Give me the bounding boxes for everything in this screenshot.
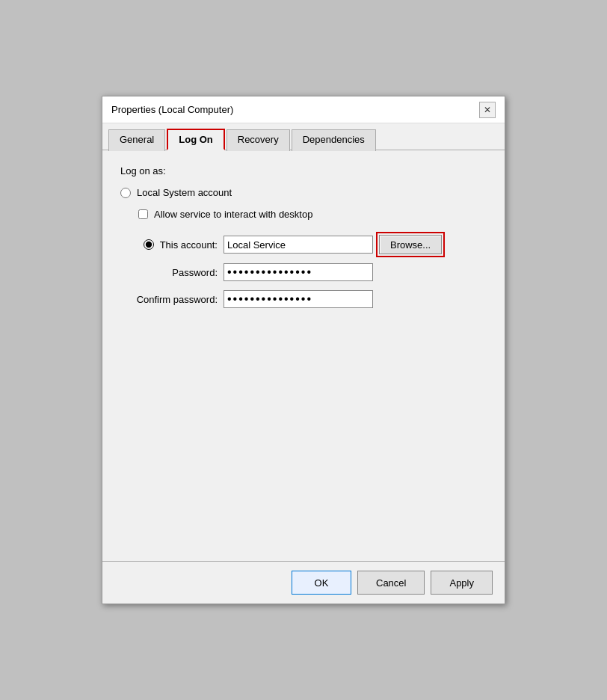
local-system-radio[interactable]: [120, 188, 131, 198]
interact-desktop-label: Allow service to interact with desktop: [154, 209, 312, 220]
properties-dialog: Properties (Local Computer) ✕ General Lo…: [102, 96, 505, 604]
tab-recovery[interactable]: Recovery: [227, 129, 290, 151]
confirm-password-row: Confirm password:: [120, 290, 487, 308]
local-system-label: Local System account: [137, 187, 232, 198]
tab-content: Log on as: Local System account Allow se…: [102, 150, 505, 561]
account-input[interactable]: [224, 236, 373, 254]
local-system-option: Local System account: [120, 187, 487, 198]
tab-general[interactable]: General: [108, 129, 165, 151]
interact-desktop-row: Allow service to interact with desktop: [138, 209, 487, 220]
tab-dependencies[interactable]: Dependencies: [292, 129, 376, 151]
bottom-bar: OK Cancel Apply: [102, 561, 505, 604]
apply-button[interactable]: Apply: [431, 571, 493, 595]
logon-options: Local System account Allow service to in…: [120, 187, 487, 220]
title-bar: Properties (Local Computer) ✕: [102, 96, 505, 123]
password-input[interactable]: [224, 263, 373, 281]
password-label: Password:: [120, 267, 218, 278]
this-account-section: This account: Browse... Password: Confir…: [120, 235, 487, 308]
ok-button[interactable]: OK: [292, 571, 351, 595]
dialog-title: Properties (Local Computer): [111, 104, 233, 115]
confirm-password-input[interactable]: [224, 290, 373, 308]
this-account-label: This account:: [160, 239, 218, 251]
confirm-password-label: Confirm password:: [120, 294, 218, 305]
tab-logon[interactable]: Log On: [167, 129, 225, 150]
browse-button[interactable]: Browse...: [379, 235, 442, 254]
tab-bar: General Log On Recovery Dependencies: [102, 123, 505, 150]
close-button[interactable]: ✕: [479, 102, 496, 118]
cancel-button[interactable]: Cancel: [357, 571, 425, 595]
this-account-radio[interactable]: [144, 239, 154, 250]
logon-section-label: Log on as:: [120, 165, 487, 176]
password-row: Password:: [120, 263, 487, 281]
interact-desktop-checkbox[interactable]: [138, 209, 148, 219]
this-account-row: This account: Browse...: [120, 235, 487, 254]
